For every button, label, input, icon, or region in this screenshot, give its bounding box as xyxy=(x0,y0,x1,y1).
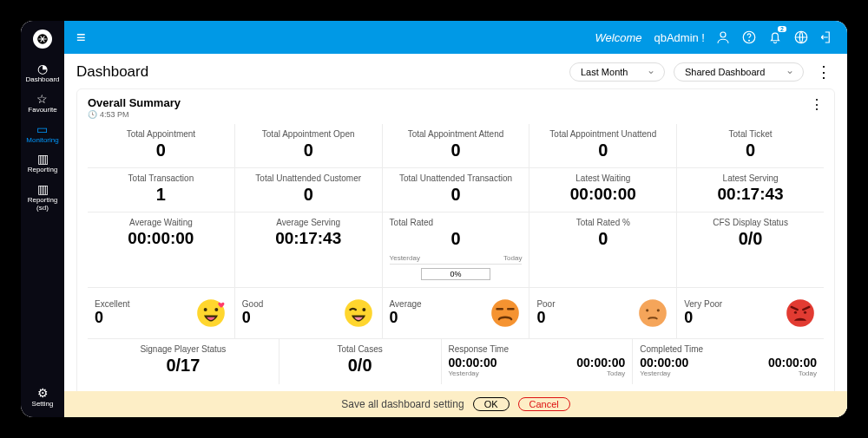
svg-point-14 xyxy=(786,299,814,327)
emoji-average-icon xyxy=(489,297,522,330)
svg-point-10 xyxy=(492,299,520,327)
cancel-button[interactable]: Cancel xyxy=(518,397,570,411)
metric-cell: Total Appointment Unattend0 xyxy=(529,124,676,167)
metric-cell: Total Unattended Transaction0 xyxy=(382,168,529,212)
metric-sub: Today xyxy=(607,369,625,377)
page-controls: Last Month Shared Dashboard ⋮ xyxy=(569,62,835,82)
panel-time-value: 4:53 PM xyxy=(100,110,129,119)
gear-icon: ⚙ xyxy=(37,387,49,399)
rating-cell-average: Average0 xyxy=(382,288,529,338)
metric-label: Total Rated xyxy=(390,218,434,227)
metric-label: Total Rated % xyxy=(576,218,630,227)
metric-value: 0/0 xyxy=(739,229,763,249)
metric-label: Total Appointment Open xyxy=(262,129,355,139)
help-icon[interactable] xyxy=(741,29,757,45)
rail-item-reporting[interactable]: ▥ Reporting xyxy=(28,153,58,174)
metric-value: 0 xyxy=(598,229,608,249)
rating-value: 0 xyxy=(684,309,693,327)
metric-value: 0/17 xyxy=(166,356,200,376)
ok-button[interactable]: OK xyxy=(473,397,510,411)
rail-label: Dashboard xyxy=(25,76,59,84)
metrics-row: Signage Player Status0/17 Total Cases0/0… xyxy=(88,338,824,384)
chart-icon: ▥ xyxy=(37,153,49,165)
metric-value: 0 xyxy=(304,141,313,160)
rail-item-setting[interactable]: ⚙ Setting xyxy=(32,387,54,409)
hamburger-icon[interactable]: ≡ xyxy=(76,29,86,47)
rail-label: Favourite xyxy=(28,107,56,114)
summary-panel: Overall Summary 🕓 4:53 PM ⋮ Total Appoin… xyxy=(76,88,835,417)
metric-value: 0 xyxy=(746,141,755,160)
slider-label-yesterday: Yesterday xyxy=(390,254,420,262)
rail-item-reporting-sd[interactable]: ▥ Reporting (sd) xyxy=(21,183,64,212)
rated-slider[interactable]: Yesterday Today 0% xyxy=(390,254,523,280)
rail-item-dashboard[interactable]: ◔ Dashboard xyxy=(25,62,59,84)
left-rail: ◔ Dashboard ☆ Favourite ▭ Monitoring ▥ R… xyxy=(21,21,64,417)
metric-value: 00:00:00 xyxy=(128,229,194,248)
globe-icon[interactable] xyxy=(793,29,809,45)
metric-label: CFS Display Status xyxy=(713,218,788,227)
metrics-row: Total Transaction1 Total Unattended Cust… xyxy=(88,167,824,212)
slider-track xyxy=(390,264,523,265)
rating-cell-poor: Poor0 xyxy=(529,288,676,338)
metric-cell: Total Rated %0 xyxy=(529,212,676,287)
svg-point-12 xyxy=(646,309,648,311)
svg-point-8 xyxy=(345,299,372,327)
rating-label: Very Poor xyxy=(684,299,722,309)
svg-point-15 xyxy=(794,311,797,314)
metric-cell: Total Cases0/0 xyxy=(279,339,441,384)
metric-cell-completed: Completed Time 00:00:00Yesterday 00:00:0… xyxy=(632,339,824,384)
metric-cell: Total Appointment Open0 xyxy=(234,124,382,167)
app-logo xyxy=(33,29,52,49)
rail-label: Setting xyxy=(32,401,54,409)
metric-value: 00:17:43 xyxy=(718,185,784,204)
user-icon[interactable] xyxy=(715,29,731,45)
rating-cell-excellent: Excellent0 xyxy=(88,288,234,338)
emoji-poor-icon xyxy=(636,297,669,330)
rating-label: Good xyxy=(242,299,263,309)
welcome-prefix: Welcome xyxy=(595,31,642,44)
ratings-row: Excellent0 Good0 Average0 xyxy=(88,287,824,338)
page-kebab-icon[interactable]: ⋮ xyxy=(812,64,835,80)
metrics-row: Total Appointment0 Total Appointment Ope… xyxy=(88,124,824,167)
metric-cell: Latest Waiting00:00:00 xyxy=(529,168,676,212)
monitor-icon: ▭ xyxy=(36,123,48,135)
metric-value: 0/0 xyxy=(348,356,372,376)
metric-value: 1 xyxy=(156,185,166,205)
metric-label: Average Waiting xyxy=(129,218,193,227)
metric-label: Latest Serving xyxy=(723,173,779,183)
logout-icon[interactable] xyxy=(819,29,835,45)
bell-icon[interactable]: 2 xyxy=(767,29,783,45)
chart-icon: ▥ xyxy=(37,183,49,195)
rail-item-monitoring[interactable]: ▭ Monitoring xyxy=(26,123,58,145)
dashboard-select[interactable]: Shared Dashboard xyxy=(674,62,804,82)
svg-point-9 xyxy=(362,308,365,311)
panel-kebab-icon[interactable]: ⋮ xyxy=(810,96,824,113)
save-message: Save all dashboard setting xyxy=(341,398,464,410)
slider-label-today: Today xyxy=(503,254,522,262)
metric-value: 0 xyxy=(450,229,460,249)
metric-label: Total Appointment Attend xyxy=(408,129,504,139)
page-body: Dashboard Last Month Shared Dashboard ⋮ … xyxy=(64,54,847,417)
metric-value: 00:00:00 xyxy=(768,356,817,369)
metric-value: 00:00:00 xyxy=(640,356,688,369)
metric-cell: Signage Player Status0/17 xyxy=(88,339,279,384)
rating-value: 0 xyxy=(390,309,398,327)
svg-point-7 xyxy=(214,308,218,311)
range-select-value: Last Month xyxy=(581,67,628,77)
topbar-right: Welcome qbAdmin ! 2 xyxy=(595,29,836,45)
emoji-excellent-icon xyxy=(194,297,227,330)
metric-value: 00:00:00 xyxy=(570,185,636,204)
rail-label: Reporting (sd) xyxy=(21,197,64,212)
svg-point-13 xyxy=(657,309,660,311)
rail-item-favourite[interactable]: ☆ Favourite xyxy=(28,93,56,114)
range-select[interactable]: Last Month xyxy=(569,62,665,82)
metric-cell: Total Appointment0 xyxy=(88,124,234,167)
rating-label: Excellent xyxy=(95,299,130,309)
metric-value: 0 xyxy=(450,141,460,160)
metric-label: Total Ticket xyxy=(729,129,773,139)
metric-label: Latest Waiting xyxy=(575,173,630,183)
svg-point-11 xyxy=(639,299,667,327)
metric-label: Total Appointment Unattend xyxy=(549,129,656,139)
svg-point-16 xyxy=(804,311,806,314)
metrics-grid: Total Appointment0 Total Appointment Ope… xyxy=(88,124,824,384)
